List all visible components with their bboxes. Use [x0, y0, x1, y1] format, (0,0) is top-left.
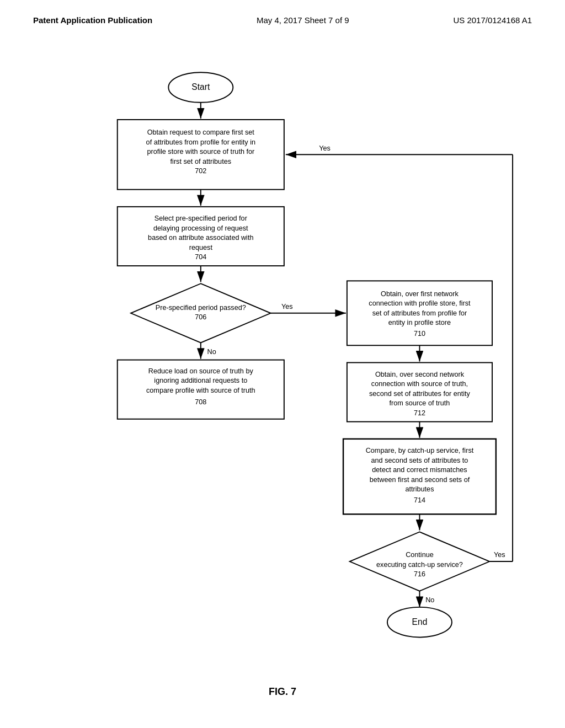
box710-line3: set of attributes from profile for [372, 309, 467, 317]
box714-line5: attributes [405, 485, 434, 493]
diagram: Start Obtain request to compare first se… [33, 55, 532, 695]
end-label: End [412, 617, 428, 627]
diamond706-line1: Pre-specified period passed? [156, 304, 246, 312]
diamond716-line2: executing catch-up service? [376, 561, 463, 569]
box708-line3: compare profile with source of truth [146, 387, 255, 394]
box704-line3: based on attribute associated with [148, 234, 253, 242]
box710-line2: connection with profile store, first [369, 299, 471, 307]
page: Patent Application Publication May 4, 20… [0, 0, 565, 728]
box710-line4: entity in profile store [388, 319, 451, 326]
diamond716-num: 716 [414, 570, 425, 578]
box702-line1: Obtain request to compare first set [147, 129, 255, 136]
box704-line1: Select pre-specified period for [154, 215, 247, 222]
box704-line4: request [189, 244, 213, 251]
box712-line4: from source of truth [390, 399, 450, 407]
no-label: No [207, 348, 216, 356]
box714-line3: detect and correct mismatches [372, 466, 467, 474]
box702-num: 702 [195, 167, 206, 175]
diamond706-num: 706 [195, 313, 206, 321]
flowchart-svg: Start Obtain request to compare first se… [33, 55, 530, 689]
diamond716-line1: Continue [406, 551, 434, 559]
box712-line3: second set of attributes for entity [369, 390, 471, 398]
box714-line4: between first and second sets of [370, 476, 470, 484]
box708-num: 708 [195, 398, 206, 406]
box702-line3: profile store with source of truth for [147, 148, 254, 156]
yes-label: Yes [281, 303, 293, 311]
box702-line4: first set of attributes [170, 158, 231, 165]
header-center: May 4, 2017 Sheet 7 of 9 [257, 15, 349, 25]
box710-line1: Obtain, over first network [381, 290, 459, 298]
box712-line1: Obtain, over second network [375, 371, 465, 378]
box708-line1: Reduce load on source of truth by [148, 367, 254, 375]
box702-line2: of attributes from profile for entity in [146, 138, 255, 146]
box708-line2: ignoring additional requests to [154, 377, 247, 384]
box714-line2: and second sets of attributes to [371, 457, 468, 464]
yes2-label: Yes [494, 551, 505, 559]
box704-line2: delaying processing of request [153, 224, 248, 232]
start-label: Start [191, 82, 210, 92]
no2-label: No [425, 596, 434, 604]
box704-num: 704 [195, 253, 206, 261]
box712-num: 712 [414, 409, 425, 417]
box710-num: 710 [414, 330, 425, 338]
box714-line1: Compare, by catch-up service, first [366, 447, 474, 454]
box714-num: 714 [414, 496, 425, 504]
box712-line2: connection with source of truth, [371, 380, 468, 388]
header-right: US 2017/0124168 A1 [453, 15, 532, 25]
header: Patent Application Publication May 4, 20… [0, 0, 565, 30]
header-left: Patent Application Publication [33, 15, 152, 25]
yes-top-label: Yes [319, 144, 331, 152]
fig-label: FIG. 7 [269, 686, 296, 698]
